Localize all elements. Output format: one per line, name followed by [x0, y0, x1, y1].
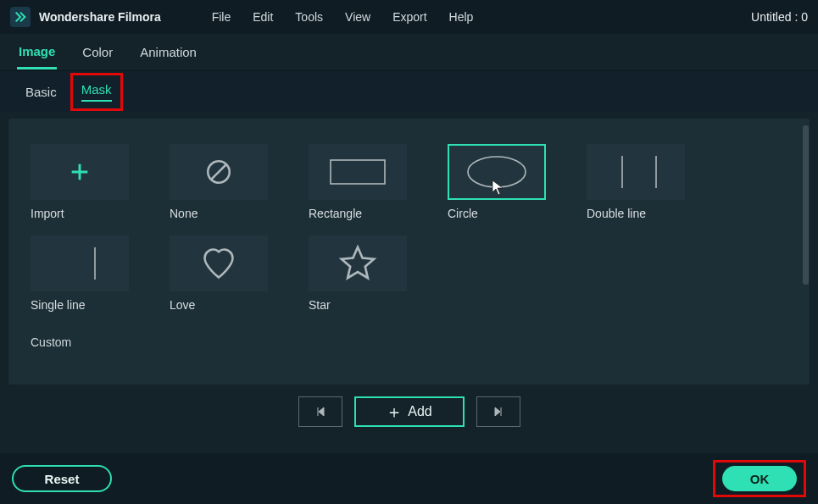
tab-image[interactable]: Image — [17, 36, 57, 69]
sub-tab-basic-label: Basic — [25, 85, 57, 99]
none-thumb — [170, 144, 268, 200]
mask-grid: Import None Rectangle Circle — [31, 144, 787, 312]
mask-item-double-line[interactable]: Double line — [587, 144, 685, 220]
menubar: File Edit Tools View Export Help — [212, 10, 474, 24]
plus-icon: ＋ — [386, 403, 403, 420]
tab-animation[interactable]: Animation — [138, 36, 198, 68]
sub-tab-mask-label: Mask — [81, 82, 112, 97]
highlight-ok-button: OK — [713, 460, 806, 497]
svg-point-3 — [468, 157, 526, 187]
custom-section-label: Custom — [31, 335, 787, 349]
double-line-icon — [602, 151, 670, 193]
plus-icon — [68, 160, 92, 184]
ok-button[interactable]: OK — [722, 466, 797, 491]
circle-thumb — [448, 144, 546, 200]
mask-label: Circle — [448, 207, 546, 220]
keyframe-prev-button[interactable] — [298, 396, 342, 427]
svg-line-1 — [212, 165, 226, 180]
sub-tab-basic[interactable]: Basic — [17, 78, 65, 106]
footer: Reset OK — [0, 453, 818, 504]
menu-edit[interactable]: Edit — [253, 10, 273, 24]
mask-label: None — [170, 207, 268, 220]
rectangle-icon — [324, 155, 392, 189]
mask-label: Single line — [31, 298, 129, 312]
keyframe-next-button[interactable] — [476, 396, 520, 427]
titlebar: Wondershare Filmora File Edit Tools View… — [0, 0, 818, 34]
panel-scrollbar[interactable] — [803, 125, 810, 379]
mask-label: Import — [31, 207, 129, 220]
double-line-thumb — [587, 144, 685, 200]
mask-item-rectangle[interactable]: Rectangle — [309, 144, 407, 220]
menu-file[interactable]: File — [212, 10, 231, 24]
mask-label: Love — [170, 298, 268, 312]
mask-item-import[interactable]: Import — [31, 144, 129, 220]
workspace: Import None Rectangle Circle — [0, 112, 818, 427]
rectangle-thumb — [309, 144, 407, 200]
menu-view[interactable]: View — [345, 10, 370, 24]
mask-item-single-line[interactable]: Single line — [31, 235, 129, 312]
tab-color[interactable]: Color — [81, 36, 114, 68]
sub-tab-mask[interactable]: Mask — [73, 75, 120, 108]
mask-item-none[interactable]: None — [170, 144, 268, 220]
reset-button[interactable]: Reset — [12, 465, 112, 492]
none-icon — [204, 158, 233, 186]
document-title: Untitled : 0 — [751, 10, 808, 24]
mask-label: Star — [309, 298, 407, 312]
skip-next-icon — [492, 405, 505, 418]
skip-prev-icon — [314, 405, 327, 418]
keyframe-add-label: Add — [408, 404, 431, 419]
app-logo-icon — [10, 7, 31, 27]
svg-rect-2 — [331, 160, 385, 184]
star-icon — [338, 244, 377, 283]
mask-label: Double line — [587, 207, 685, 220]
single-line-icon — [46, 242, 114, 285]
menu-export[interactable]: Export — [392, 10, 426, 24]
keyframe-bar: ＋ Add — [8, 385, 810, 427]
mask-panel: Import None Rectangle Circle — [8, 119, 810, 385]
sub-tabs: Basic Mask — [0, 71, 818, 112]
menu-tools[interactable]: Tools — [295, 10, 323, 24]
heart-icon — [198, 245, 240, 282]
star-thumb — [309, 235, 407, 291]
love-thumb — [170, 235, 268, 291]
keyframe-add-button[interactable]: ＋ Add — [354, 396, 465, 427]
circle-icon — [459, 151, 535, 193]
import-thumb — [31, 144, 129, 200]
mask-label: Rectangle — [309, 207, 407, 220]
mask-item-love[interactable]: Love — [170, 235, 268, 312]
menu-help[interactable]: Help — [449, 10, 474, 24]
highlight-mask-tab: Mask — [70, 73, 123, 111]
single-line-thumb — [31, 235, 129, 291]
mask-item-circle[interactable]: Circle — [448, 144, 546, 220]
app-name: Wondershare Filmora — [39, 10, 161, 24]
main-tabs: Image Color Animation — [0, 34, 818, 71]
mask-item-star[interactable]: Star — [309, 235, 407, 312]
